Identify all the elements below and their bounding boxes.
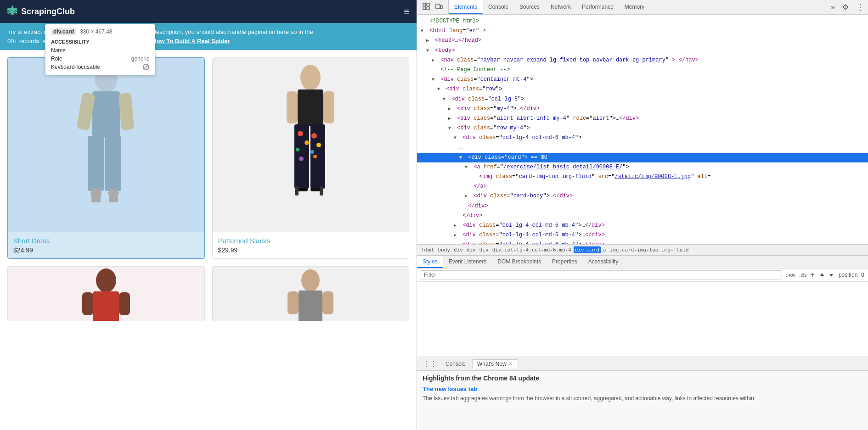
role-label: Role bbox=[51, 56, 62, 62]
expand-arrow[interactable] bbox=[459, 154, 465, 162]
html-line-col-r1[interactable]: <div class="col-lg-4 col-md-6 mb-4">…</d… bbox=[417, 221, 868, 230]
html-line-card-body[interactable]: <div class="card-body">…</div> bbox=[417, 191, 868, 201]
svg-rect-23 bbox=[323, 91, 334, 123]
navbar-brand: 🕷 ScrapingClub bbox=[7, 6, 75, 17]
styles-filter-input[interactable] bbox=[421, 270, 782, 279]
settings-button[interactable]: ⚙ bbox=[839, 3, 852, 11]
bottom-tab-console[interactable]: Console bbox=[441, 360, 470, 368]
tab-memory[interactable]: Memory bbox=[619, 0, 650, 14]
product-card-2[interactable]: Patterned Slacks $29.99 bbox=[212, 57, 410, 259]
expand-arrow[interactable] bbox=[454, 232, 459, 239]
html-line-row1[interactable]: <div class="row"> bbox=[417, 84, 868, 94]
html-line-anchor[interactable]: <a href="/exercise/list_basic_detail/900… bbox=[417, 162, 868, 172]
html-line-my4[interactable]: <div class="my-4">…</div> bbox=[417, 104, 868, 114]
expand-arrow[interactable] bbox=[448, 115, 454, 123]
whats-new-close-button[interactable]: × bbox=[508, 361, 513, 367]
expand-arrow[interactable] bbox=[443, 96, 448, 103]
styles-tab-dom-breakpoints[interactable]: DOM Breakpoints bbox=[492, 256, 547, 268]
html-line-col-lg-8[interactable]: <div class="col-lg-8"> bbox=[417, 95, 868, 104]
tab-console[interactable]: Console bbox=[483, 0, 514, 14]
breadcrumb-col-lg4[interactable]: div.col-lg-4.col-md-6.mb-4 bbox=[491, 246, 573, 253]
expand-arrow[interactable] bbox=[448, 125, 454, 132]
bottom-panel: ⋮⋮ Console What's New × Highlights from … bbox=[417, 357, 868, 430]
blocked-icon bbox=[143, 64, 149, 70]
expand-arrow[interactable] bbox=[465, 193, 470, 200]
new-issues-title[interactable]: The new Issues tab bbox=[423, 385, 862, 392]
product-image-2 bbox=[213, 58, 409, 232]
tooltip-tag: div.card bbox=[51, 28, 76, 35]
expand-arrow[interactable] bbox=[426, 47, 432, 55]
svg-rect-11 bbox=[298, 89, 323, 126]
more-tabs-button[interactable]: » bbox=[827, 3, 839, 11]
breadcrumb-bar: html body div div div div.col-lg-4.col-m… bbox=[417, 244, 868, 256]
devtools-header: Elements Console Sources Network Perform… bbox=[417, 0, 868, 15]
styles-tab-properties[interactable]: Properties bbox=[547, 256, 583, 268]
breadcrumb-html[interactable]: html bbox=[421, 246, 436, 253]
svg-rect-30 bbox=[82, 292, 93, 315]
breadcrumb-card[interactable]: div.card bbox=[574, 246, 601, 253]
html-line-card-selected[interactable]: <div class="card"> == $0 bbox=[417, 153, 868, 162]
expand-arrow[interactable] bbox=[454, 222, 459, 229]
navbar-toggle-button[interactable]: ≡ bbox=[404, 6, 409, 17]
styles-tab-event-listeners[interactable]: Event Listeners bbox=[443, 256, 492, 268]
keyboard-label: Keyboard-focusable bbox=[51, 64, 100, 70]
position-label: position bbox=[839, 272, 857, 278]
bottom-tab-whats-new[interactable]: What's New × bbox=[472, 359, 518, 369]
styles-cls-button[interactable]: .cls bbox=[799, 272, 807, 278]
tab-sources[interactable]: Sources bbox=[514, 0, 545, 14]
html-line-nav[interactable]: <nav class="navbar navbar-expand-lg fixe… bbox=[417, 56, 868, 65]
html-line-head[interactable]: <head>…</head> bbox=[417, 36, 868, 45]
product-price-1: $24.99 bbox=[13, 246, 199, 254]
breadcrumb-div2[interactable]: div bbox=[465, 246, 477, 253]
expand-arrow[interactable] bbox=[454, 134, 459, 142]
html-line-col-lg4[interactable]: <div class="col-lg-4 col-md-6 mb-4"> bbox=[417, 133, 868, 143]
svg-point-17 bbox=[311, 133, 317, 139]
styles-tab-styles[interactable]: Styles bbox=[417, 256, 443, 268]
product-card-4[interactable] bbox=[212, 266, 410, 321]
tab-performance[interactable]: Performance bbox=[576, 0, 619, 14]
html-line-col-r3[interactable]: <div class="col-lg-4 col-md-6 mb-4">…</d… bbox=[417, 240, 868, 244]
attr-lang-name: lang bbox=[449, 28, 462, 34]
tab-elements[interactable]: Elements bbox=[449, 0, 483, 14]
html-line-div-close1: </div> bbox=[417, 201, 868, 211]
styles-tab-accessibility[interactable]: Accessibility bbox=[583, 256, 624, 268]
breadcrumb-img[interactable]: img.card-img-top.img-fluid bbox=[608, 246, 690, 253]
devtools-menu-button[interactable]: ⋮ bbox=[852, 2, 868, 12]
bottom-dots: ⋮⋮ bbox=[421, 359, 439, 368]
inspect-element-button[interactable] bbox=[421, 2, 432, 12]
svg-rect-38 bbox=[423, 7, 426, 10]
html-tree[interactable]: <!DOCTYPE html> <html lang="en" > <head>… bbox=[417, 15, 868, 244]
expand-arrow[interactable] bbox=[448, 106, 454, 113]
breadcrumb-a[interactable]: a bbox=[602, 246, 608, 253]
brand-icon: 🕷 bbox=[7, 6, 17, 17]
html-line-container[interactable]: <div class="container mt-4"> bbox=[417, 75, 868, 84]
expand-arrow[interactable] bbox=[426, 37, 432, 45]
expand-arrow[interactable] bbox=[421, 28, 426, 35]
breadcrumb-body[interactable]: body bbox=[437, 246, 452, 253]
html-line-alert[interactable]: <div class="alert alert-info my-4" role=… bbox=[417, 114, 868, 123]
html-line-row-my4[interactable]: <div class="row my-4"> bbox=[417, 123, 868, 133]
expand-arrow[interactable] bbox=[465, 164, 470, 171]
alert-text2: 00+ records. bbox=[7, 38, 41, 45]
expand-arrow[interactable] bbox=[432, 76, 437, 84]
html-line-col-r2[interactable]: <div class="col-lg-4 col-md-6 mb-4">…</d… bbox=[417, 230, 868, 240]
styles-hov-button[interactable]: :hov bbox=[786, 272, 795, 278]
tab-network[interactable]: Network bbox=[545, 0, 576, 14]
bottom-content: Highlights from the Chrome 84 update The… bbox=[417, 371, 868, 406]
html-line-body[interactable]: <body> bbox=[417, 46, 868, 56]
product-figure-1 bbox=[60, 60, 152, 230]
devtools-panel: Elements Console Sources Network Perform… bbox=[417, 0, 868, 430]
product-card-1[interactable]: Short Dress $24.99 bbox=[7, 57, 205, 259]
device-toggle-button[interactable] bbox=[434, 2, 445, 12]
styles-add-rule-button[interactable]: + bbox=[811, 271, 815, 279]
breadcrumb-div1[interactable]: div bbox=[452, 246, 464, 253]
expand-arrow[interactable] bbox=[437, 86, 443, 93]
svg-rect-35 bbox=[322, 291, 333, 314]
html-line-a-close: </a> bbox=[417, 182, 868, 191]
html-line-html[interactable]: <html lang="en" > bbox=[417, 26, 868, 36]
product-card-3[interactable] bbox=[7, 266, 205, 321]
expand-arrow[interactable] bbox=[432, 57, 437, 64]
breadcrumb-div3[interactable]: div bbox=[478, 246, 490, 253]
styles-filter-row: :hov .cls + position 0 bbox=[417, 268, 868, 282]
styles-panel: Styles Event Listeners DOM Breakpoints P… bbox=[417, 256, 868, 357]
